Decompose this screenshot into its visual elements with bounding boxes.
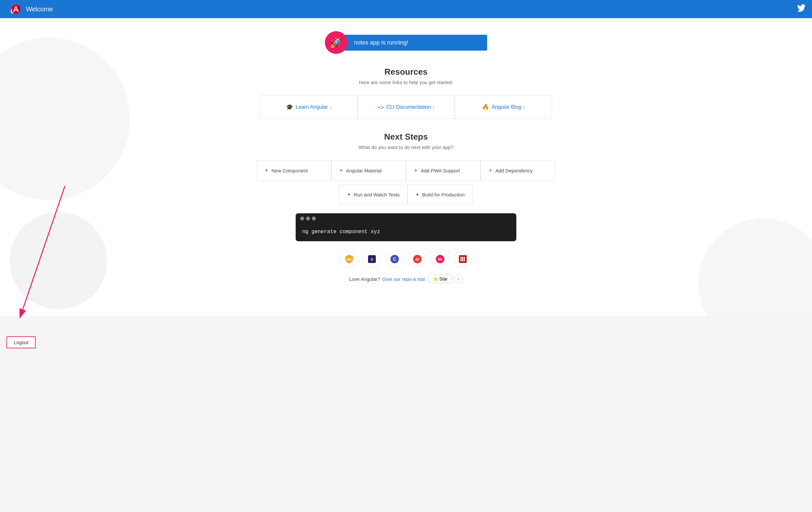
add-dependency-label: Add Dependency [496, 168, 533, 173]
run-watch-tests-label: Run and Watch Tests [354, 192, 400, 197]
rocket-icon: 🚀 [330, 36, 343, 49]
cli-icon: <> [378, 104, 384, 110]
resources-section: Resources Here are some links to help yo… [6, 67, 806, 85]
term-dot-3 [312, 217, 316, 221]
angular-material-label: Angular Material [346, 168, 382, 173]
cli-docs-link[interactable]: CLI Documentation › [386, 104, 435, 110]
angular-icon [10, 3, 22, 15]
resource-card-angular-blog[interactable]: 🔥 Angular Blog › [455, 95, 552, 119]
step-run-watch-tests[interactable]: + Run and Watch Tests [339, 185, 408, 204]
angular-blog-chevron: › [523, 105, 525, 110]
partner-logo-4[interactable]: AF [409, 250, 426, 268]
plus-icon-build: + [416, 192, 419, 197]
love-angular-text: Love Angular? [349, 276, 380, 282]
partner-logos: NG S C AF [6, 250, 806, 268]
bg-circle-1 [0, 38, 130, 200]
learn-angular-icon: 🎓 [286, 104, 293, 111]
next-steps-subtitle: What do you want to do next with your ap… [6, 144, 806, 150]
svg-rect-18 [462, 257, 463, 261]
step-add-pwa[interactable]: + Add PWA Support [406, 161, 481, 181]
resource-cards: 🎓 Learn Angular › <> CLI Documentation ›… [260, 95, 552, 119]
step-add-dependency[interactable]: + Add Dependency [481, 161, 555, 181]
main-content: 🚀 notes app is running! Resources Here a… [0, 18, 812, 316]
resources-subtitle: Here are some links to help you get star… [6, 80, 806, 85]
header-title: Welcome [26, 5, 53, 13]
terminal-command: ng generate component xyz [302, 229, 380, 235]
partner-logo-6-icon [458, 254, 468, 264]
build-production-label: Build for Production [422, 192, 465, 197]
learn-angular-label: Learn Angular [296, 104, 328, 110]
term-dot-2 [306, 217, 310, 221]
next-steps-row2: + Run and Watch Tests + Build for Produc… [257, 185, 555, 204]
terminal-body: ng generate component xyz [296, 224, 516, 241]
partner-logo-1[interactable]: NG [341, 250, 358, 268]
rocket-circle: 🚀 [325, 31, 348, 54]
next-steps-section: Next Steps What do you want to do next w… [6, 132, 806, 150]
twitter-icon [797, 4, 806, 13]
twitter-link[interactable] [797, 4, 806, 14]
partner-logo-6[interactable] [454, 250, 471, 268]
partner-logo-1-icon: NG [344, 254, 354, 264]
star-icon: ⭐ [433, 276, 438, 282]
terminal-window: ng generate component xyz [296, 213, 516, 241]
learn-angular-chevron: › [330, 105, 331, 110]
plus-icon-tests: + [347, 192, 350, 197]
cli-docs-chevron: › [433, 105, 435, 110]
learn-angular-link[interactable]: Learn Angular › [296, 104, 331, 110]
partner-logo-5-icon: m [435, 254, 445, 264]
resource-card-cli-docs[interactable]: <> CLI Documentation › [357, 95, 455, 119]
resource-card-learn-angular[interactable]: 🎓 Learn Angular › [260, 95, 357, 119]
svg-text:NG: NG [347, 258, 352, 261]
partner-logo-5[interactable]: m [431, 250, 449, 268]
plus-icon-pwa: + [414, 167, 418, 174]
app-header: A Welcome [0, 0, 812, 18]
plus-icon-new-component: + [265, 167, 268, 174]
angular-blog-link[interactable]: Angular Blog › [492, 104, 525, 110]
page-wrapper: A Welcome [0, 0, 812, 355]
plus-icon-dependency: + [489, 167, 492, 174]
term-dot-1 [300, 217, 304, 221]
partner-logo-3[interactable]: C [386, 250, 403, 268]
next-steps-row1: + New Component + Angular Material + Add… [257, 161, 555, 181]
svg-text:S: S [371, 258, 373, 261]
partner-logo-3-icon: C [390, 254, 400, 264]
blog-icon: 🔥 [482, 104, 489, 111]
resources-title: Resources [6, 67, 806, 77]
next-steps-title: Next Steps [6, 132, 806, 142]
svg-marker-6 [16, 4, 21, 14]
svg-rect-17 [461, 257, 462, 261]
svg-text:m: m [438, 256, 442, 262]
step-build-production[interactable]: + Build for Production [408, 185, 472, 204]
partner-logo-4-icon: AF [412, 254, 422, 264]
logout-button[interactable]: Logout [6, 336, 36, 348]
step-angular-material[interactable]: + Angular Material [331, 161, 406, 181]
star-row: Love Angular? Give our repo a star. ⭐ St… [6, 274, 806, 283]
cli-docs-label: CLI Documentation [386, 104, 431, 110]
plus-icon-angular-material: + [340, 167, 343, 174]
chevron-right-button[interactable]: › [454, 274, 463, 283]
add-pwa-label: Add PWA Support [421, 168, 460, 173]
running-banner: 🚀 notes app is running! [325, 31, 487, 54]
star-button-label: Star [439, 276, 448, 282]
running-text-box: notes app is running! [341, 35, 487, 51]
svg-text:C: C [393, 256, 396, 262]
header-left: A Welcome [6, 3, 53, 15]
bottom-area: Logout [0, 316, 812, 355]
new-component-label: New Component [272, 168, 308, 173]
terminal-header [296, 213, 516, 224]
angular-blog-label: Angular Blog [492, 104, 522, 110]
partner-logo-2[interactable]: S [363, 250, 381, 268]
step-new-component[interactable]: + New Component [257, 161, 331, 181]
star-button[interactable]: ⭐ Star [428, 275, 452, 283]
partner-logo-2-icon: S [367, 254, 377, 264]
svg-rect-19 [464, 257, 465, 261]
svg-text:AF: AF [415, 258, 419, 261]
give-star-link[interactable]: Give our repo a star. [382, 276, 427, 282]
